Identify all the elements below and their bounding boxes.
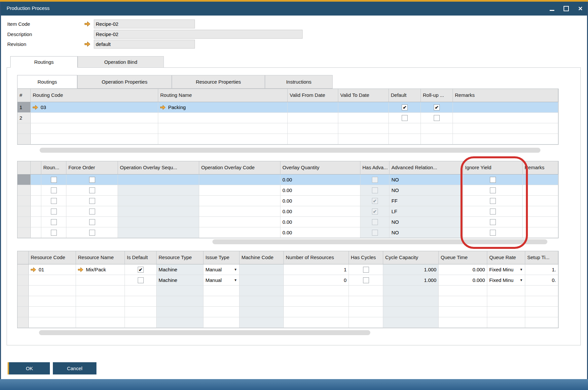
checkbox[interactable] <box>490 230 496 236</box>
resource-col-header-mcode[interactable]: Machine Code <box>239 251 284 264</box>
item-code-field[interactable]: Recipe-02 <box>94 20 195 28</box>
resource-cell-qrate[interactable] <box>487 296 525 306</box>
checkbox[interactable] <box>434 115 440 121</box>
overlay-cell-hasadv[interactable]: ✔ <box>360 206 389 216</box>
resource-cell-rtype[interactable]: Machine <box>157 264 203 275</box>
routings-cell-num[interactable] <box>18 134 31 144</box>
overlay-cell-round[interactable] <box>41 217 66 227</box>
routings-cell-routing_code[interactable] <box>31 134 158 144</box>
overlay-cell-remarks[interactable] <box>523 217 558 227</box>
checkbox[interactable] <box>51 177 57 183</box>
overlay-table-hscrollbar[interactable] <box>212 239 547 244</box>
routings-cell-routing_name[interactable]: Packing <box>158 102 288 112</box>
routings-cell-valid_to[interactable] <box>338 113 389 123</box>
resource-col-header-rtype[interactable]: Resource Type <box>157 251 203 264</box>
checkbox[interactable] <box>89 177 95 183</box>
resource-cell-rh[interactable] <box>18 317 29 328</box>
overlay-cell-hasadv[interactable] <box>360 227 389 238</box>
checkbox[interactable] <box>490 177 496 183</box>
resource-cell-qrate[interactable]: Fixed Minu▼ <box>487 264 525 275</box>
resource-cell-isdef[interactable] <box>125 307 157 317</box>
overlay-cell-round[interactable] <box>41 206 66 216</box>
dropdown-arrow-icon[interactable]: ▼ <box>233 268 237 271</box>
routings-cell-rollup[interactable]: ✔ <box>421 102 453 112</box>
checkbox[interactable] <box>363 277 369 283</box>
resource-cell-rh[interactable] <box>18 286 29 296</box>
routings-col-header-routing_code[interactable]: Routing Code <box>31 89 158 102</box>
overlay-cell-qty[interactable]: 0.00 <box>280 206 360 216</box>
routings-table-hscrollbar[interactable] <box>40 148 540 153</box>
resource-cell-rh[interactable] <box>18 296 29 306</box>
checkbox[interactable] <box>51 209 57 214</box>
overlay-cell-advrel[interactable]: NO <box>389 217 463 227</box>
checkbox[interactable]: ✔ <box>138 267 144 273</box>
checkbox[interactable]: ✔ <box>372 198 378 204</box>
routings-cell-valid_to[interactable] <box>338 134 389 144</box>
overlay-cell-hasadv[interactable] <box>360 217 389 227</box>
overlay-cell-qty[interactable]: 0.00 <box>280 227 360 238</box>
checkbox[interactable] <box>372 177 378 183</box>
routings-col-header-rollup[interactable]: Roll-up ... <box>421 89 453 102</box>
resource-cell-qrate[interactable] <box>487 286 525 296</box>
overlay-cell-opcode[interactable] <box>199 217 280 227</box>
checkbox[interactable] <box>89 230 95 236</box>
resource-col-header-qrate[interactable]: Queue Rate <box>487 251 525 264</box>
resource-cell-qrate[interactable] <box>487 317 525 328</box>
overlay-cell-rh[interactable] <box>18 217 31 227</box>
routings-cell-remarks[interactable] <box>453 102 558 112</box>
overlay-cell-force[interactable] <box>66 175 118 185</box>
resource-cell-name[interactable] <box>76 307 125 317</box>
routings-col-header-num[interactable]: # <box>18 89 31 102</box>
overlay-cell-force[interactable] <box>66 196 118 206</box>
overlay-cell-advrel[interactable]: NO <box>389 185 463 195</box>
resource-cell-setup[interactable] <box>525 286 558 296</box>
resource-col-header-qtime[interactable]: Queue Time <box>439 251 487 264</box>
resource-col-header-cyccap[interactable]: Cycle Capacity <box>383 251 439 264</box>
overlay-cell-ignore[interactable] <box>463 185 523 195</box>
routings-cell-remarks[interactable] <box>453 123 558 134</box>
resource-cell-qrate[interactable]: Fixed Minu▼ <box>487 275 525 285</box>
routings-cell-routing_name[interactable] <box>158 113 288 123</box>
checkbox[interactable] <box>372 219 378 225</box>
overlay-cell-force[interactable] <box>66 227 118 238</box>
overlay-cell-qty[interactable]: 0.00 <box>280 185 360 195</box>
link-arrow-icon[interactable] <box>78 267 83 272</box>
resource-cell-name[interactable] <box>76 286 125 296</box>
cancel-button[interactable]: Cancel <box>53 362 96 374</box>
resource-cell-hascyc[interactable] <box>349 307 383 317</box>
resource-cell-qtime[interactable]: 0.000 <box>439 275 487 285</box>
resource-cell-code[interactable] <box>29 275 76 285</box>
maximize-icon[interactable] <box>564 6 569 11</box>
titlebar[interactable]: Production Process ✕ <box>0 2 588 16</box>
routings-cell-routing_name[interactable] <box>158 134 288 144</box>
overlay-cell-ignore[interactable] <box>463 227 523 238</box>
checkbox[interactable] <box>51 198 57 204</box>
overlay-col-header-qty[interactable]: Overlay Quantity <box>280 161 360 175</box>
resource-cell-numres[interactable] <box>284 296 349 306</box>
overlay-cell-c0[interactable] <box>31 185 41 195</box>
overlay-col-header-opcode[interactable]: Operation Overlay Code <box>199 161 280 175</box>
routings-cell-valid_to[interactable] <box>338 102 389 112</box>
overlay-cell-c0[interactable] <box>31 206 41 216</box>
overlay-col-header-force[interactable]: Force Order <box>66 161 118 175</box>
resource-cell-cyccap[interactable] <box>383 317 439 328</box>
overlay-cell-qty[interactable]: 0.00 <box>280 175 360 185</box>
resource-cell-itype[interactable] <box>203 317 239 328</box>
resource-cell-rh[interactable] <box>18 307 29 317</box>
overlay-cell-rh[interactable] <box>18 196 31 206</box>
resource-col-header-isdef[interactable]: Is Default <box>125 251 157 264</box>
overlay-cell-opseq[interactable] <box>118 227 199 238</box>
dropdown-arrow-icon[interactable]: ▼ <box>233 278 237 282</box>
routings-cell-rollup[interactable] <box>421 113 453 123</box>
overlay-cell-remarks[interactable] <box>523 227 558 238</box>
overlay-cell-c0[interactable] <box>31 227 41 238</box>
resource-cell-mcode[interactable] <box>239 296 284 306</box>
resource-cell-qtime[interactable]: 0.000 <box>439 264 487 275</box>
resource-cell-isdef[interactable] <box>125 296 157 306</box>
overlay-cell-remarks[interactable] <box>523 206 558 216</box>
overlay-cell-rh[interactable] <box>18 227 31 238</box>
overlay-cell-advrel[interactable]: NO <box>389 175 463 185</box>
routings-cell-rollup[interactable] <box>421 123 453 134</box>
resource-cell-qtime[interactable] <box>439 317 487 328</box>
resource-cell-rtype[interactable] <box>157 317 203 328</box>
